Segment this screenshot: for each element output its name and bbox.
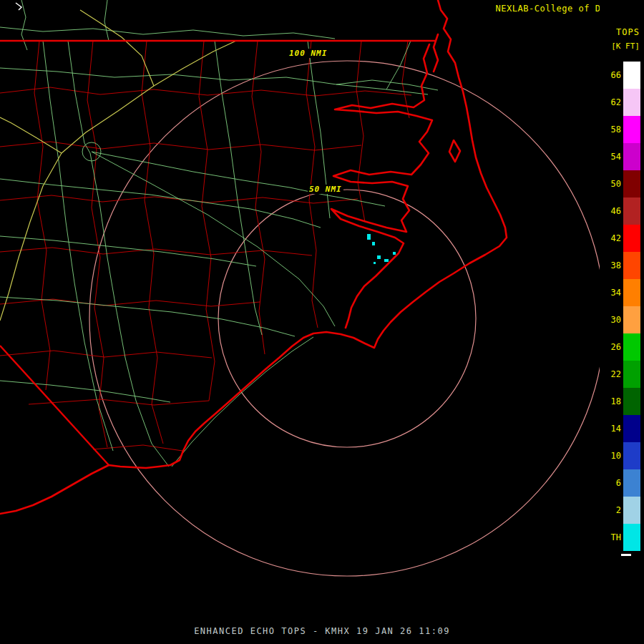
legend-band-label: 38	[604, 260, 621, 270]
legend-band-label: 58	[604, 125, 621, 135]
radar-echo-cell	[374, 262, 376, 264]
radar-echo-cell	[393, 252, 396, 255]
legend-band-swatch	[623, 116, 640, 143]
legend-band-swatch	[623, 442, 640, 469]
legend-band: 14	[604, 415, 640, 442]
radar-map	[0, 0, 644, 644]
legend-band-label: 46	[604, 206, 621, 216]
legend-band-swatch	[623, 143, 640, 170]
legend-band-label: 50	[604, 179, 621, 189]
legend-band: 62	[604, 89, 640, 116]
legend-band-label: 34	[604, 288, 621, 298]
radar-display: 100 NMI 50 NMI NEXLAB-College of DuPage …	[0, 0, 644, 644]
legend-band-label: 2	[604, 505, 621, 515]
legend-band-label: 66	[604, 70, 621, 80]
legend-band: 18	[604, 388, 640, 415]
legend-band-label: 18	[604, 396, 621, 406]
legend-band: 38	[604, 252, 640, 279]
legend-band-swatch	[623, 225, 640, 252]
coastline	[0, 0, 507, 514]
legend-band-swatch	[623, 197, 640, 225]
legend-band: TH	[604, 524, 640, 551]
legend-band-label: 10	[604, 451, 621, 461]
county-lines	[0, 41, 411, 451]
ring-label-100nmi: 100 NMI	[288, 49, 328, 58]
legend-band: 26	[604, 333, 640, 361]
legend-band: 6	[604, 469, 640, 497]
radar-echo-cell	[372, 242, 375, 245]
legend-band: 58	[604, 116, 640, 143]
legend-units: [K FT]	[611, 42, 640, 51]
legend-band: 2	[604, 497, 640, 524]
legend-title: TOPS	[616, 27, 640, 37]
legend-band: 46	[604, 197, 640, 225]
legend-band-label: 54	[604, 152, 621, 162]
legend-band: 42	[604, 225, 640, 252]
legend-band-label: TH	[604, 532, 621, 542]
legend-band-label: 22	[604, 369, 621, 379]
legend-band-swatch	[623, 415, 640, 442]
legend-band: 54	[604, 143, 640, 170]
legend-band-swatch	[623, 388, 640, 415]
legend-band-swatch	[623, 62, 640, 89]
legend-band-swatch	[623, 497, 640, 524]
legend-bands: 66625854504642383430262218141062TH	[604, 62, 640, 551]
roads-green	[0, 0, 438, 467]
legend-band-swatch	[623, 89, 640, 116]
legend-band-label: 62	[604, 97, 621, 107]
legend-band-label: 30	[604, 315, 621, 325]
legend-sidebar: TOPS [K FT] 6662585450464238343026221814…	[600, 0, 644, 644]
legend-band: 50	[604, 170, 640, 197]
legend-band-label: 6	[604, 478, 621, 488]
legend-band: 34	[604, 279, 640, 306]
legend-band-label: 26	[604, 342, 621, 352]
map-artifact	[16, 3, 21, 10]
legend-band-swatch	[623, 361, 640, 388]
range-rings	[89, 61, 605, 576]
legend-band-swatch	[623, 252, 640, 279]
legend-band-label: 14	[604, 424, 621, 434]
legend-band-swatch	[623, 170, 640, 197]
radar-echo-cell	[384, 259, 389, 262]
ring-label-50nmi: 50 NMI	[308, 185, 343, 194]
radar-echo-cell	[377, 255, 381, 259]
threshold-tick	[621, 554, 631, 556]
legend-band: 30	[604, 306, 640, 333]
legend-band-label: 42	[604, 233, 621, 243]
legend-band-swatch	[623, 279, 640, 306]
roads-yellow	[0, 10, 236, 321]
legend-band: 22	[604, 361, 640, 388]
legend-band-swatch	[623, 306, 640, 333]
legend-band-swatch	[623, 524, 640, 551]
legend-band: 10	[604, 442, 640, 469]
radar-echo-cell	[367, 234, 371, 240]
legend-band-swatch	[623, 333, 640, 361]
legend-band: 66	[604, 62, 640, 89]
legend-band-swatch	[623, 469, 640, 497]
footer-caption: ENHANCED ECHO TOPS - KMHX 19 JAN 26 11:0…	[0, 626, 644, 636]
